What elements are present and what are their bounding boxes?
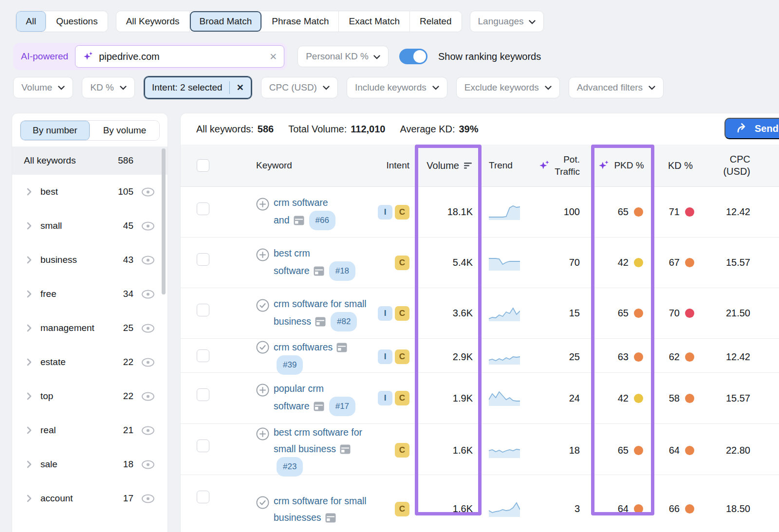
pot-traffic-column-header[interactable]: Pot.Traffic (535, 153, 584, 178)
pkd-dot (634, 446, 643, 455)
intent-badge-c: C (395, 256, 409, 270)
row-checkbox[interactable] (197, 440, 209, 452)
add-keyword-icon[interactable] (256, 248, 269, 261)
keyword-group-item[interactable]: business 43 (12, 243, 167, 277)
eye-icon[interactable] (141, 221, 155, 231)
keyword-group-item[interactable]: estate 22 (12, 345, 167, 379)
kd-value: 66 (669, 503, 680, 514)
clear-filter-icon[interactable]: ✕ (237, 82, 244, 93)
languages-dropdown[interactable]: Languages (470, 11, 544, 32)
tab-group-all-questions: AllQuestions (16, 11, 108, 32)
keyword-group-item[interactable]: free 34 (12, 277, 167, 311)
filter-cpc-usd-[interactable]: CPC (USD) (261, 77, 338, 98)
select-all-checkbox[interactable] (197, 159, 209, 172)
cpc-column-header[interactable]: CPC(USD) (706, 153, 779, 178)
row-checkbox[interactable] (197, 304, 209, 316)
row-checkbox[interactable] (197, 202, 209, 215)
clear-search-icon[interactable]: ✕ (269, 51, 277, 62)
volume-column-header[interactable]: Volume (414, 160, 482, 171)
chevron-right-icon[interactable] (27, 290, 32, 298)
keyword-link[interactable]: best crmsoftware (274, 248, 310, 276)
tab-exact-match[interactable]: Exact Match (339, 11, 410, 32)
pkd-value: 42 (618, 257, 629, 268)
add-keyword-icon[interactable] (256, 198, 269, 211)
chevron-right-icon[interactable] (27, 392, 32, 400)
all-keywords-row[interactable]: All keywords 586 (12, 147, 167, 175)
keyword-link[interactable]: crm software for smallbusinesses (274, 495, 367, 523)
row-checkbox[interactable] (197, 388, 209, 401)
kd-value: 71 (669, 206, 680, 218)
chevron-right-icon[interactable] (27, 495, 32, 502)
serp-position-badge[interactable]: #66 (309, 211, 335, 230)
intent-column-header[interactable]: Intent (375, 160, 414, 171)
keyword-group-item[interactable]: top 22 (12, 379, 167, 413)
filter-advanced-filters[interactable]: Advanced filters (569, 77, 664, 98)
sidebar-sort-segmented: By number By volume (20, 120, 160, 141)
row-checkbox[interactable] (197, 349, 209, 362)
eye-icon[interactable] (141, 460, 155, 469)
tab-questions[interactable]: Questions (46, 11, 108, 32)
add-keyword-icon[interactable] (256, 427, 269, 440)
sidebar-scrollbar[interactable] (162, 148, 166, 294)
eye-icon[interactable] (141, 392, 155, 401)
keyword-group-item[interactable]: account 17 (12, 481, 167, 515)
show-ranking-keywords-toggle[interactable] (399, 49, 427, 64)
group-count: 105 (111, 186, 133, 197)
filter-kd-[interactable]: KD % (82, 77, 135, 98)
filter-exclude-keywords[interactable]: Exclude keywords (456, 77, 560, 98)
tab-phrase-match[interactable]: Phrase Match (262, 11, 339, 32)
trend-cell (482, 389, 535, 407)
row-checkbox[interactable] (197, 253, 209, 266)
keyword-column-header[interactable]: Keyword (215, 160, 375, 171)
group-label: real (40, 425, 56, 436)
chevron-right-icon[interactable] (27, 460, 32, 468)
by-volume-tab[interactable]: By volume (90, 121, 159, 140)
tab-broad-match[interactable]: Broad Match (190, 11, 262, 32)
filter-intent-2-selected[interactable]: Intent: 2 selected✕ (144, 76, 252, 99)
tab-all[interactable]: All (16, 11, 46, 32)
chevron-right-icon[interactable] (27, 222, 32, 230)
chevron-right-icon[interactable] (27, 358, 32, 366)
serp-position-badge[interactable]: #39 (277, 355, 303, 375)
row-checkbox[interactable] (197, 491, 209, 503)
keyword-group-item[interactable]: best 105 (12, 175, 167, 209)
eye-icon[interactable] (141, 187, 155, 197)
chevron-right-icon[interactable] (27, 324, 32, 332)
serp-position-badge[interactable]: #82 (331, 312, 357, 331)
by-number-tab[interactable]: By number (20, 121, 90, 140)
send-keywords-button[interactable]: Send (724, 118, 779, 139)
serp-position-badge[interactable]: #23 (277, 457, 303, 477)
eye-icon[interactable] (141, 426, 155, 435)
eye-icon[interactable] (141, 256, 155, 265)
pot-traffic-label-line1: Pot. (563, 154, 580, 165)
group-count: 17 (111, 493, 133, 504)
cpc-label-line1: CPC (730, 154, 750, 165)
trend-column-header[interactable]: Trend (482, 160, 535, 171)
tab-all-keywords[interactable]: All Keywords (116, 11, 190, 32)
serp-position-badge[interactable]: #18 (329, 261, 355, 281)
chevron-right-icon[interactable] (27, 188, 32, 196)
serp-position-badge[interactable]: #17 (329, 397, 355, 416)
keyword-link[interactable]: crm softwares (274, 342, 333, 352)
keyword-group-item[interactable]: small 45 (12, 209, 167, 243)
filter-label: KD % (90, 82, 114, 93)
filter-volume[interactable]: Volume (13, 77, 73, 98)
search-input[interactable]: pipedrive.com ✕ (75, 45, 284, 68)
intent-cell: C (375, 256, 414, 270)
all-keywords-label: All keywords (24, 155, 76, 166)
pkd-column-header[interactable]: PKD % (584, 159, 658, 172)
keyword-group-item[interactable]: real 21 (12, 413, 167, 447)
add-keyword-icon[interactable] (256, 384, 269, 397)
chevron-right-icon[interactable] (27, 426, 32, 434)
eye-icon[interactable] (141, 324, 155, 333)
filter-include-keywords[interactable]: Include keywords (347, 77, 447, 98)
keyword-group-item[interactable]: sale 18 (12, 447, 167, 481)
kd-column-header[interactable]: KD % (658, 160, 706, 171)
eye-icon[interactable] (141, 494, 155, 503)
tab-related[interactable]: Related (410, 11, 462, 32)
keyword-group-item[interactable]: management 25 (12, 311, 167, 345)
personal-kd-dropdown[interactable]: Personal KD % (297, 46, 389, 67)
eye-icon[interactable] (141, 290, 155, 299)
chevron-right-icon[interactable] (27, 256, 32, 264)
eye-icon[interactable] (141, 358, 155, 367)
